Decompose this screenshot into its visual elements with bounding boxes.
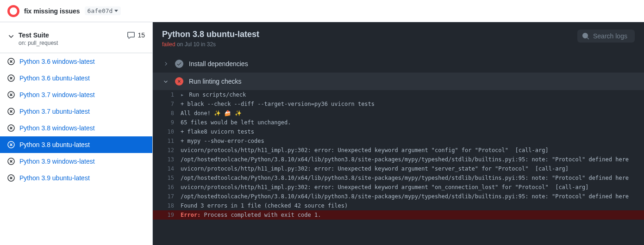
step-label: Run linting checks: [189, 78, 242, 85]
log-line[interactable]: 12uvicorn/protocols/http/h11_impl.py:302…: [153, 146, 644, 155]
workflow-header[interactable]: Test Suite on: pull_request 15: [0, 22, 152, 53]
line-text: + flake8 uvicorn tests: [181, 127, 254, 136]
line-number: 8: [153, 109, 181, 118]
search-icon: [582, 32, 589, 40]
log-line[interactable]: 15/opt/hostedtoolcache/Python/3.8.10/x64…: [153, 173, 644, 183]
log-line[interactable]: 18Found 3 errors in 1 file (checked 42 s…: [153, 201, 644, 210]
sidebar-job-item[interactable]: Python 3.7 ubuntu-latest: [0, 103, 152, 120]
x-circle-icon: [7, 91, 15, 98]
job-timing: on Jul 10 in 32s: [175, 41, 216, 48]
workflow-count[interactable]: 15: [127, 31, 145, 39]
line-number: 12: [153, 146, 181, 155]
log-line[interactable]: 1▸ Run scripts/check: [153, 90, 644, 99]
check-icon: [175, 60, 183, 68]
log-line[interactable]: 14uvicorn/protocols/http/h11_impl.py:302…: [153, 164, 644, 173]
chevron-down-icon: [162, 79, 169, 84]
log-line[interactable]: 16uvicorn/protocols/http/h11_impl.py:302…: [153, 183, 644, 192]
line-text: uvicorn/protocols/http/h11_impl.py:302: …: [181, 146, 549, 155]
line-number: 1: [153, 90, 181, 99]
line-text: Found 3 errors in 1 file (checked 42 sou…: [181, 201, 348, 210]
pr-title: fix missing issues: [24, 7, 80, 15]
sidebar-job-item[interactable]: Python 3.8 windows-latest: [0, 120, 152, 136]
log-panel: Python 3.8 ubuntu-latest failed on Jul 1…: [153, 22, 644, 245]
step-run-linting-checks[interactable]: Run linting checks: [153, 73, 644, 90]
line-number: 15: [153, 173, 181, 183]
line-number: 17: [153, 192, 181, 201]
commit-sha-button[interactable]: 6afe07d: [85, 6, 121, 15]
line-number: 16: [153, 183, 181, 192]
log-line[interactable]: 965 files would be left unchanged.: [153, 118, 644, 127]
line-text: uvicorn/protocols/http/h11_impl.py:302: …: [181, 164, 569, 173]
line-number: 19: [153, 210, 181, 220]
x-circle-icon: [7, 108, 15, 115]
workflow-name: Test Suite: [19, 31, 58, 39]
line-number: 7: [153, 99, 181, 109]
job-name: Python 3.8 ubuntu-latest: [19, 141, 90, 148]
sidebar-job-item[interactable]: Python 3.6 ubuntu-latest: [0, 70, 152, 86]
sidebar-job-item[interactable]: Python 3.7 windows-latest: [0, 86, 152, 103]
line-text: All done! ✨ 🍰 ✨: [181, 109, 242, 118]
log-line[interactable]: 19Error: Process completed with exit cod…: [153, 210, 644, 220]
search-logs[interactable]: [577, 30, 635, 43]
job-name: Python 3.8 windows-latest: [19, 124, 95, 132]
log-line[interactable]: 13/opt/hostedtoolcache/Python/3.8.10/x64…: [153, 155, 644, 164]
search-input[interactable]: [593, 32, 630, 40]
log-line[interactable]: 8All done! ✨ 🍰 ✨: [153, 109, 644, 118]
sidebar-job-item[interactable]: Python 3.9 ubuntu-latest: [0, 170, 152, 186]
sidebar-job-item[interactable]: Python 3.9 windows-latest: [0, 153, 152, 170]
line-text: /opt/hostedtoolcache/Python/3.8.10/x64/l…: [181, 155, 629, 164]
steps-container: Install dependencies Run linting checks …: [153, 55, 644, 245]
job-status: failed: [162, 41, 175, 48]
step-install-dependencies[interactable]: Install dependencies: [153, 55, 644, 73]
job-list: Python 3.6 windows-latestPython 3.6 ubun…: [0, 53, 152, 186]
topbar: fix missing issues 6afe07d: [0, 0, 644, 22]
line-number: 13: [153, 155, 181, 164]
x-icon: [175, 77, 183, 86]
sidebar-job-item[interactable]: Python 3.8 ubuntu-latest: [0, 136, 152, 153]
line-number: 18: [153, 201, 181, 210]
line-text: 65 files would be left unchanged.: [181, 118, 291, 127]
workflow-count-text: 15: [138, 31, 145, 39]
x-circle-icon: [7, 58, 15, 65]
log-lines: 1▸ Run scripts/check7+ black --check --d…: [153, 90, 644, 220]
line-text: Error: Process completed with exit code …: [181, 210, 321, 220]
job-name: Python 3.9 ubuntu-latest: [19, 174, 90, 182]
x-circle-icon: [7, 141, 15, 148]
job-title: Python 3.8 ubuntu-latest: [162, 30, 259, 39]
line-text: uvicorn/protocols/http/h11_impl.py:302: …: [181, 183, 588, 192]
job-name: Python 3.6 ubuntu-latest: [19, 74, 90, 82]
sidebar: Test Suite on: pull_request 15 Python 3.…: [0, 22, 153, 245]
chevron-down-icon: [7, 32, 15, 40]
log-line[interactable]: 7+ black --check --diff --target-version…: [153, 99, 644, 109]
comment-icon: [127, 31, 135, 39]
line-number: 14: [153, 164, 181, 173]
job-name: Python 3.7 ubuntu-latest: [19, 108, 90, 115]
line-number: 10: [153, 127, 181, 136]
line-text: + black --check --diff --target-version=…: [181, 99, 375, 109]
line-text: ▸ Run scripts/check: [181, 90, 246, 99]
line-number: 9: [153, 118, 181, 127]
logo-icon: [7, 5, 19, 17]
x-circle-icon: [7, 174, 15, 182]
job-meta: failed on Jul 10 in 32s: [162, 41, 259, 48]
line-text: /opt/hostedtoolcache/Python/3.8.10/x64/l…: [181, 192, 629, 201]
sidebar-job-item[interactable]: Python 3.6 windows-latest: [0, 53, 152, 70]
job-header: Python 3.8 ubuntu-latest failed on Jul 1…: [153, 22, 644, 55]
job-name: Python 3.9 windows-latest: [19, 158, 95, 165]
job-name: Python 3.7 windows-latest: [19, 91, 95, 98]
line-number: 11: [153, 136, 181, 146]
log-line[interactable]: 17/opt/hostedtoolcache/Python/3.8.10/x64…: [153, 192, 644, 201]
line-text: /opt/hostedtoolcache/Python/3.8.10/x64/l…: [181, 173, 629, 183]
x-circle-icon: [7, 158, 15, 165]
x-circle-icon: [7, 74, 15, 82]
caret-down-icon: [114, 10, 118, 12]
x-circle-icon: [7, 124, 15, 132]
step-label: Install dependencies: [189, 60, 248, 67]
line-text: + mypy --show-error-codes: [181, 136, 264, 146]
commit-sha-text: 6afe07d: [88, 7, 113, 14]
chevron-right-icon: [162, 61, 169, 67]
log-line[interactable]: 10+ flake8 uvicorn tests: [153, 127, 644, 136]
workflow-trigger: on: pull_request: [19, 40, 58, 46]
job-name: Python 3.6 windows-latest: [19, 58, 95, 65]
log-line[interactable]: 11+ mypy --show-error-codes: [153, 136, 644, 146]
